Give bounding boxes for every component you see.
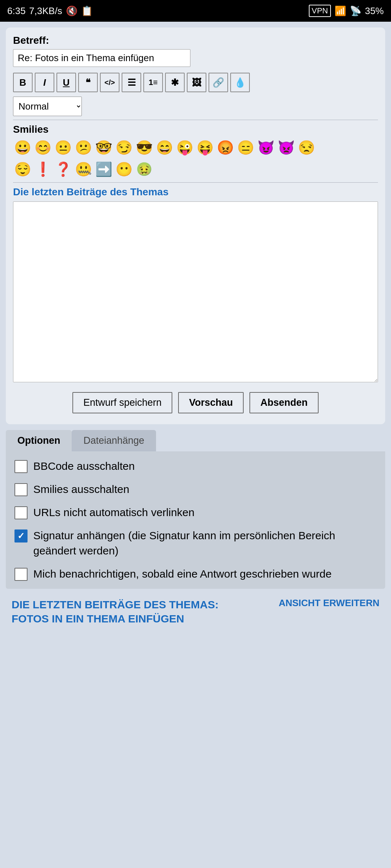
smiley-21[interactable]: 😶	[114, 160, 133, 179]
vpn-badge: VPN	[309, 5, 331, 17]
message-editor[interactable]	[13, 201, 378, 382]
smilies-label: Smilies	[13, 124, 378, 135]
ordered-list-button[interactable]: 1≡	[143, 73, 163, 92]
options-panel: BBCode ausschalten Smilies ausschalten U…	[6, 451, 385, 589]
code-button[interactable]: </>	[100, 73, 119, 92]
tab-options[interactable]: Optionen	[6, 430, 72, 451]
tabs-row: Optionen Dateianhänge	[6, 430, 385, 451]
smiley-11[interactable]: 😡	[216, 138, 235, 157]
smilies-row-2: 😌 ❗ ❓ 🤐 ➡️ 😶 🤢	[13, 160, 378, 179]
editor-toolbar: B I U ❝ </> ☰ 1≡ ✱ 🖼 🔗 💧	[13, 73, 378, 92]
smiley-16[interactable]: 😌	[13, 160, 32, 179]
preview-button[interactable]: Vorschau	[178, 392, 244, 413]
expand-link[interactable]: ANSICHT ERWEITERN	[279, 597, 379, 609]
signature-checkbox[interactable]: ✓	[14, 529, 28, 542]
smiley-15[interactable]: 😒	[297, 138, 316, 157]
battery-level: 35%	[365, 5, 384, 17]
smiley-22[interactable]: 🤢	[135, 160, 154, 179]
link-button[interactable]: 🔗	[209, 73, 228, 92]
smiley-3[interactable]: 😐	[54, 138, 72, 157]
checkmark-icon: ✓	[17, 530, 25, 542]
smiley-2[interactable]: 😊	[33, 138, 52, 157]
smiley-7[interactable]: 😎	[135, 138, 154, 157]
star-button[interactable]: ✱	[165, 73, 185, 92]
smiley-14[interactable]: 👿	[277, 138, 295, 157]
status-right: VPN 📶 📡 35%	[309, 5, 384, 17]
bbcode-label: BBCode ausschalten	[33, 459, 135, 474]
divider-1	[13, 120, 378, 120]
mute-icon: 🔇	[66, 5, 77, 17]
status-bar: 6:35 7,3KB/s 🔇 📋 VPN 📶 📡 35%	[0, 0, 391, 22]
footer-section: DIE LETZTEN BEITRÄGE DES THEMAS: FOTOS I…	[6, 589, 385, 631]
smiley-19[interactable]: 🤐	[74, 160, 93, 179]
time-display: 6:35	[7, 5, 26, 17]
italic-button[interactable]: I	[35, 73, 54, 92]
footer-title: DIE LETZTEN BEITRÄGE DES THEMAS: FOTOS I…	[12, 597, 258, 626]
notify-checkbox[interactable]	[14, 568, 28, 581]
smiley-5[interactable]: 🤓	[94, 138, 113, 157]
bbcode-checkbox[interactable]	[14, 460, 28, 473]
notify-label: Mich benachrichtigen, sobald eine Antwor…	[33, 566, 332, 582]
option-notify: Mich benachrichtigen, sobald eine Antwor…	[14, 566, 377, 582]
bold-button[interactable]: B	[13, 73, 33, 92]
main-container: Betreff: B I U ❝ </> ☰ 1≡ ✱ 🖼 🔗 💧 Normal…	[0, 22, 391, 868]
wifi-icon: 📡	[350, 5, 361, 17]
color-button[interactable]: 💧	[230, 73, 250, 92]
divider-2	[13, 182, 378, 183]
smiley-17[interactable]: ❗	[33, 160, 52, 179]
format-select[interactable]: Normal Überschrift 1 Überschrift 2 Übers…	[13, 97, 82, 116]
smilies-row-1: 😀 😊 😐 😕 🤓 😏 😎 😄 😜 😝 😡 😑 😈 👿 😒	[13, 138, 378, 157]
signal-icon: 📶	[335, 5, 346, 17]
list-button[interactable]: ☰	[122, 73, 141, 92]
subject-input[interactable]	[13, 49, 190, 67]
compose-form: Betreff: B I U ❝ </> ☰ 1≡ ✱ 🖼 🔗 💧 Normal…	[6, 27, 385, 424]
smiley-1[interactable]: 😀	[13, 138, 32, 157]
option-bbcode: BBCode ausschalten	[14, 459, 377, 474]
sim-icon: 📋	[81, 5, 93, 17]
option-urls: URLs nicht automatisch verlinken	[14, 505, 377, 520]
smiley-12[interactable]: 😑	[236, 138, 255, 157]
status-left: 6:35 7,3KB/s 🔇 📋	[7, 5, 93, 17]
smiley-9[interactable]: 😜	[175, 138, 194, 157]
smiley-13[interactable]: 😈	[256, 138, 275, 157]
urls-checkbox[interactable]	[14, 506, 28, 519]
smiley-18[interactable]: ❓	[54, 160, 72, 179]
smiley-10[interactable]: 😝	[196, 138, 214, 157]
smilies-label-opt: Smilies ausschalten	[33, 482, 129, 497]
image-button[interactable]: 🖼	[187, 73, 206, 92]
smiley-20[interactable]: ➡️	[94, 160, 113, 179]
quote-button[interactable]: ❝	[78, 73, 98, 92]
subject-label: Betreff:	[13, 35, 378, 46]
draft-button[interactable]: Entwurf speichern	[72, 392, 172, 413]
tabs-section: Optionen Dateianhänge BBCode ausschalten…	[6, 430, 385, 589]
urls-label: URLs nicht automatisch verlinken	[33, 505, 194, 520]
action-bar: Entwurf speichern Vorschau Absenden	[13, 385, 378, 417]
signature-label: Signatur anhängen (die Signatur kann im …	[33, 528, 377, 558]
smilies-checkbox[interactable]	[14, 483, 28, 496]
option-signature: ✓ Signatur anhängen (die Signatur kann i…	[14, 528, 377, 558]
underline-button[interactable]: U	[56, 73, 76, 92]
option-smilies: Smilies ausschalten	[14, 482, 377, 497]
network-speed: 7,3KB/s	[29, 5, 62, 17]
smiley-8[interactable]: 😄	[155, 138, 174, 157]
submit-button[interactable]: Absenden	[249, 392, 319, 413]
tab-attachments[interactable]: Dateianhänge	[72, 430, 156, 451]
smiley-6[interactable]: 😏	[114, 138, 133, 157]
recent-posts-link[interactable]: Die letzten Beiträge des Themas	[13, 186, 378, 198]
smiley-4[interactable]: 😕	[74, 138, 93, 157]
